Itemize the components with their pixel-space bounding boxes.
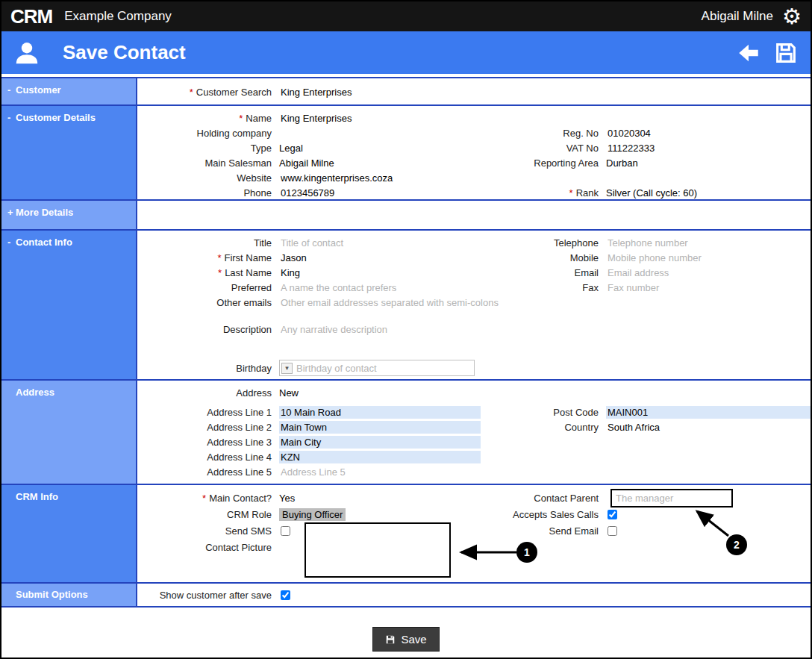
other-emails-input[interactable] [279, 297, 811, 308]
section-submit-options: Submit Options Show customer after save [1, 582, 811, 606]
address-line3-row: Address Line 3 [137, 434, 811, 449]
rank-value[interactable]: Silver (Call cycle: 60) [606, 187, 697, 199]
last-name-row: *Last Name Email [137, 265, 811, 280]
send-email-checkbox[interactable] [608, 526, 617, 536]
accepts-sales-calls-checkbox[interactable] [608, 510, 617, 519]
first-name-row: *First Name Mobile [137, 250, 811, 265]
preferred-label: Preferred [137, 282, 279, 293]
email-input[interactable] [606, 267, 811, 278]
vat-input[interactable] [606, 143, 811, 154]
accepts-sales-calls-label: Accepts Sales Calls [481, 509, 606, 520]
website-row: Website [137, 170, 811, 185]
birthday-picker[interactable]: ▾ [279, 360, 475, 376]
send-sms-row: Send SMS Send Email [137, 522, 811, 539]
more-details-empty [137, 201, 811, 229]
salesman-row: Main Salesman Abigail Milne Reporting Ar… [137, 155, 811, 170]
sidebar-item-label: Customer [16, 84, 61, 96]
page-title: Save Contact [63, 41, 186, 64]
salesman-label: Main Salesman [137, 157, 279, 169]
required-marker: * [239, 113, 243, 124]
sidebar-item-more-details[interactable]: +More Details [1, 201, 137, 229]
section-customer: -Customer *Customer Search [1, 77, 811, 104]
send-email-label: Send Email [481, 525, 606, 537]
crm-role-label: CRM Role [137, 509, 279, 520]
address-line5-label: Address Line 5 [137, 466, 279, 478]
mobile-input[interactable] [606, 252, 811, 263]
address-type-value[interactable]: New [279, 387, 299, 399]
back-arrow-icon[interactable] [736, 40, 761, 66]
top-bar: CRM Example Company Abigail Milne ⚙ [1, 1, 811, 31]
address-line4-row: Address Line 4 [137, 449, 811, 464]
country-label: Country [481, 422, 606, 433]
country-value[interactable]: South Africa [606, 422, 660, 433]
postcode-input[interactable] [606, 406, 811, 419]
name-input[interactable] [279, 113, 481, 124]
save-button[interactable]: Save [372, 627, 439, 652]
reporting-area-value[interactable]: Durban [606, 157, 638, 169]
show-customer-row: Show customer after save [137, 587, 811, 602]
phone-input[interactable] [279, 187, 481, 199]
sidebar-item-submit-options[interactable]: Submit Options [1, 584, 137, 606]
address-line1-input[interactable] [279, 406, 481, 419]
telephone-input[interactable] [606, 237, 811, 249]
website-label: Website [137, 172, 279, 184]
settings-gear-icon[interactable]: ⚙ [782, 6, 802, 28]
sidebar-item-label: More Details [16, 207, 73, 218]
salesman-value[interactable]: Abigail Milne [279, 157, 334, 169]
contact-person-icon [13, 40, 40, 66]
website-input[interactable] [279, 172, 811, 184]
company-name: Example Company [64, 9, 172, 24]
other-emails-label: Other emails [137, 297, 279, 308]
address-line3-input[interactable] [279, 436, 481, 449]
sidebar-item-label: Customer Details [16, 112, 96, 123]
phone-row: Phone *Rank Silver (Call cycle: 60) [137, 185, 811, 200]
title-input[interactable] [279, 237, 481, 249]
sidebar-item-address[interactable]: Address [1, 381, 137, 484]
crm-logo: CRM [10, 5, 52, 28]
holding-company-label: Holding company [137, 128, 279, 139]
type-label: Type [137, 143, 279, 154]
crm-role-value[interactable]: Buying Officer [279, 508, 346, 521]
address-line5-input[interactable] [279, 466, 481, 478]
address-line4-input[interactable] [279, 451, 481, 463]
regno-input[interactable] [606, 128, 811, 139]
collapse-toggle-icon[interactable]: - [7, 112, 16, 123]
collapse-toggle-icon[interactable]: - [7, 237, 16, 248]
address-line1-label: Address Line 1 [137, 407, 279, 418]
address-type-row: Address New [137, 385, 811, 400]
sidebar-item-contact-info[interactable]: -Contact Info [1, 231, 137, 379]
footer-bar: Save [1, 606, 811, 658]
show-customer-after-save-checkbox[interactable] [281, 590, 290, 600]
description-row: Description [137, 322, 811, 337]
dropdown-arrow-icon[interactable]: ▾ [281, 363, 293, 374]
save-disk-icon[interactable] [773, 40, 799, 66]
customer-search-input[interactable] [279, 87, 811, 98]
title-label: Title [137, 237, 279, 249]
holding-company-input[interactable] [279, 128, 481, 139]
annotation-badge-1: 1 [516, 542, 537, 563]
send-sms-checkbox[interactable] [281, 526, 290, 536]
sidebar-item-crm-info[interactable]: CRM Info [1, 485, 137, 582]
birthday-label: Birthday [137, 363, 279, 374]
preferred-input[interactable] [279, 282, 481, 293]
first-name-input[interactable] [279, 252, 481, 263]
contact-parent-input[interactable] [610, 489, 733, 507]
contact-picture-dropzone[interactable] [304, 522, 451, 578]
last-name-input[interactable] [279, 267, 481, 278]
customer-search-label: *Customer Search [137, 87, 279, 98]
sidebar-item-customer[interactable]: -Customer [1, 78, 137, 104]
address-line2-input[interactable] [279, 421, 481, 434]
required-marker: * [569, 187, 573, 199]
save-icon [385, 634, 396, 645]
expand-toggle-icon[interactable]: + [7, 207, 16, 218]
name-row: *Name [137, 110, 811, 125]
birthday-input[interactable] [295, 363, 472, 374]
main-contact-value[interactable]: Yes [279, 493, 295, 504]
type-value[interactable]: Legal [279, 143, 303, 154]
description-input[interactable] [279, 324, 811, 335]
telephone-label: Telephone [481, 237, 606, 249]
address-line4-label: Address Line 4 [137, 452, 279, 463]
fax-input[interactable] [606, 282, 811, 293]
sidebar-item-customer-details[interactable]: -Customer Details [1, 106, 137, 199]
collapse-toggle-icon[interactable]: - [7, 84, 16, 96]
